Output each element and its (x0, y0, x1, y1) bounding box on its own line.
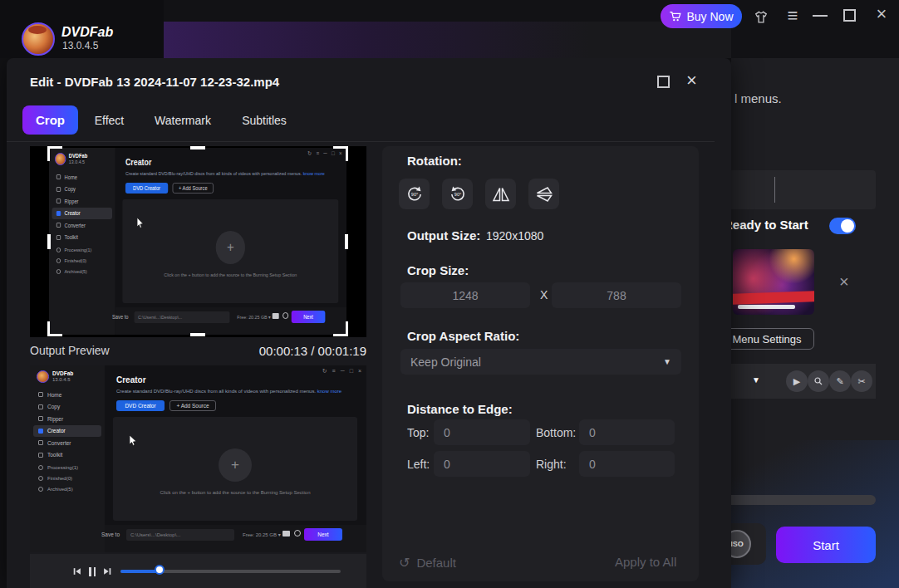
left-input[interactable]: 0 (434, 451, 530, 477)
right-input[interactable]: 0 (579, 451, 675, 477)
mini-logo-icon (37, 370, 49, 383)
mini-maximize-icon: □ (350, 368, 353, 375)
dialog-close-icon[interactable]: × (686, 70, 697, 91)
tab-subtitles[interactable]: Subtitles (235, 105, 293, 135)
reset-icon: ↺ (399, 555, 410, 571)
mini-queue: Processing(1) Finished(0) Archived(5) (33, 462, 101, 494)
crop-handle-bottom-left[interactable] (47, 321, 62, 336)
mini-main: ↻ ≡ ─ □ × Creator Create standard DVD/Bl… (105, 365, 366, 552)
ready-to-start-label: Ready to Start (724, 218, 808, 232)
buy-now-button[interactable]: Buy Now (661, 4, 742, 28)
crop-handle-top-left[interactable] (47, 146, 62, 161)
mini-queue-finished: Finished(0) (33, 473, 101, 483)
close-icon[interactable]: × (871, 3, 892, 25)
preview-label-row: Output Preview 00:00:13 / 00:01:19 (30, 343, 366, 358)
titlebar: DVDFab 13.0.4.5 Buy Now ≡ × (0, 0, 899, 58)
rotate-right-90-button[interactable]: 90° (442, 179, 473, 209)
mini-version: 13.0.4.5 (52, 377, 71, 382)
dialog-title: Edit - DVDFab 13 2024-11-07 12-23-32.mp4 (30, 75, 279, 89)
flip-horizontal-button[interactable] (485, 179, 516, 209)
chevron-down-icon: ▼ (663, 357, 671, 366)
top-input[interactable]: 0 (434, 419, 530, 445)
mini-add-source-button: + Add Source (169, 400, 216, 411)
start-button[interactable]: Start (776, 527, 876, 563)
buy-now-label: Buy Now (686, 10, 733, 23)
brand-version: 13.0.4.5 (62, 40, 98, 51)
output-preview-label: Output Preview (30, 344, 110, 357)
text-caret (774, 177, 775, 203)
mini-title: Creator (116, 375, 146, 385)
mini-nav-converter: Converter (33, 437, 101, 449)
crop-handle-bottom-right[interactable] (333, 321, 348, 336)
mini-disc-icon (294, 530, 301, 537)
mini-hint: Click on the + button to add the source … (113, 490, 357, 495)
crop-handle-right[interactable] (345, 234, 348, 249)
distance-to-edge-label: Distance to Edge: (407, 402, 513, 416)
mini-minimize-icon: ─ (341, 368, 345, 375)
next-frame-icon[interactable] (101, 566, 113, 577)
crop-handle-top[interactable] (190, 146, 205, 149)
cart-icon (669, 10, 681, 22)
mini-window-controls: ↻ ≡ ─ □ × (322, 368, 361, 375)
play-title-icon[interactable]: ▶ (786, 370, 808, 392)
mini-nav-home: Home (33, 389, 101, 401)
maximize-icon[interactable] (843, 9, 856, 22)
mini-description: Create standard DVD/Blu-ray/UHD discs fr… (116, 389, 359, 394)
flip-vertical-button[interactable] (528, 179, 559, 209)
rotation-label: Rotation: (407, 154, 462, 168)
mini-know-more-link: know more (317, 389, 341, 394)
crop-preview-stage[interactable]: DVDFab 13.0.4.5 Home Copy Ripper Creator… (30, 146, 366, 337)
crop-handle-bottom[interactable] (190, 333, 205, 336)
bottom-label: Bottom: (536, 426, 576, 439)
mini-dvd-creator-button: DVD Creator (116, 400, 165, 411)
mini-folder-icon (282, 531, 290, 537)
right-label: Right: (536, 458, 567, 471)
menu-thumbnail[interactable] (733, 249, 814, 315)
expand-caret-icon[interactable]: ▼ (752, 375, 760, 385)
pause-icon[interactable] (86, 566, 98, 577)
brand-name: DVDFab (61, 25, 113, 40)
previous-frame-icon[interactable] (71, 566, 83, 577)
mini-queue-processing: Processing(1) (33, 462, 101, 473)
hamburger-menu-icon[interactable]: ≡ (782, 5, 803, 27)
remove-thumbnail-icon[interactable]: × (839, 272, 849, 292)
crop-aspect-ratio-label: Crop Aspect Ratio: (407, 329, 519, 343)
ready-to-start-toggle[interactable] (829, 218, 856, 234)
bottom-input[interactable]: 0 (579, 419, 675, 445)
mini-cursor-icon (130, 435, 138, 446)
crop-handle-left[interactable] (47, 234, 51, 249)
dvdfab-logo-icon (22, 22, 55, 56)
crop-height-input[interactable]: 788 (552, 282, 681, 308)
minimize-icon[interactable] (813, 15, 828, 17)
trim-title-icon[interactable]: ✂ (851, 370, 872, 392)
mini-nav-creator: Creator (33, 425, 101, 438)
mini-save-path: C:\Users\...\Desktop\... (126, 529, 234, 541)
crop-region[interactable] (49, 148, 346, 335)
tab-crop[interactable]: Crop (22, 105, 78, 135)
edit-title-icon[interactable]: ✎ (829, 370, 851, 392)
crop-size-label: Crop Size: (407, 263, 469, 277)
mini-next-button: Next (304, 528, 342, 541)
rotate-left-90-button[interactable]: 90° (399, 179, 430, 209)
mini-brand: DVDFab (52, 370, 73, 376)
preview-zoom-icon[interactable] (808, 370, 829, 392)
crop-size-separator: X (540, 288, 548, 301)
mini-add-icon: + (219, 448, 252, 482)
menu-settings-button[interactable]: Menu Settings (720, 328, 814, 350)
playback-time: 00:00:13 / 00:01:19 (259, 344, 366, 358)
dialog-maximize-icon[interactable] (657, 76, 670, 88)
logo-block: DVDFab 13.0.4.5 (0, 0, 164, 58)
default-button[interactable]: ↺ Default (399, 555, 456, 571)
mini-nav-toolkit: Toolkit (33, 449, 101, 462)
playback-bar (30, 554, 366, 588)
seek-thumb[interactable] (155, 565, 165, 575)
tab-effect[interactable]: Effect (86, 105, 132, 135)
theme-skin-icon[interactable] (750, 7, 772, 28)
thumbnail-banner (733, 291, 814, 304)
tab-watermark[interactable]: Watermark (146, 105, 219, 135)
apply-to-all-button[interactable]: Apply to All (615, 555, 676, 569)
crop-handle-top-right[interactable] (333, 146, 348, 161)
crop-width-input[interactable]: 1248 (400, 282, 530, 308)
output-size-value: 1920x1080 (486, 229, 543, 243)
aspect-ratio-dropdown[interactable]: Keep Original ▼ (400, 349, 681, 375)
